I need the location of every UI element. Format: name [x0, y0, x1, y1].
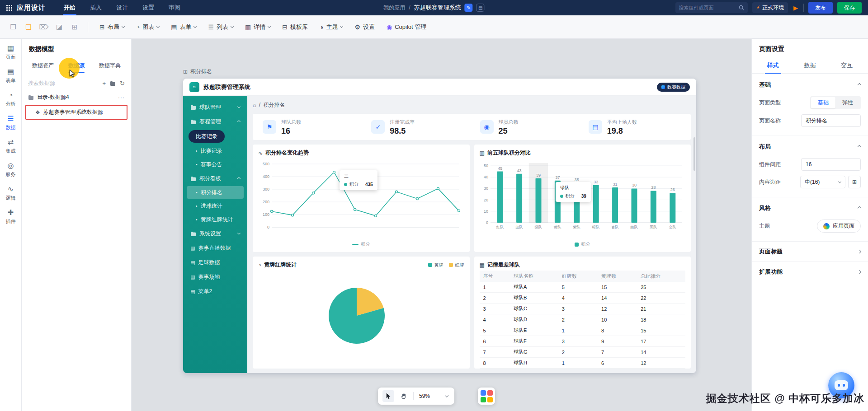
table-row[interactable]: 7球队G2714: [480, 347, 686, 358]
ribbon-theme-button[interactable]: ◑主题: [315, 20, 348, 34]
ribbon-copilot-button[interactable]: ◉Copilot 管理: [382, 20, 431, 34]
tab-data-assets[interactable]: 数据资产: [26, 59, 60, 73]
menu-item[interactable]: ▤菜单2: [187, 285, 244, 298]
tab-interaction[interactable]: 交互: [828, 58, 865, 73]
ribbon-template-library-button[interactable]: ⊟模板库: [277, 20, 313, 34]
topbar-menu-item[interactable]: 开始: [57, 0, 83, 15]
tab-data-sources[interactable]: 数据源: [60, 59, 93, 73]
breadcrumb-parent[interactable]: 我的应用: [383, 4, 405, 12]
theme-select[interactable]: 应用页面: [817, 220, 861, 233]
menu-group[interactable]: 系统设置: [187, 227, 244, 240]
rail-item-integration[interactable]: ⇄集成: [0, 135, 22, 158]
menu-subitem[interactable]: •比赛记录: [187, 145, 244, 157]
topbar-search-input[interactable]: [679, 5, 736, 10]
section-extensions[interactable]: 扩展功能: [752, 262, 868, 282]
menu-group[interactable]: 赛程管理: [187, 115, 244, 128]
component-gap-input[interactable]: [801, 158, 861, 171]
menu-subitem[interactable]: •进球统计: [187, 200, 244, 212]
rail-item-services[interactable]: ◎服务: [0, 158, 22, 182]
environment-badge[interactable]: ⚡ 正式环境: [752, 2, 788, 13]
doc-icon[interactable]: ▤: [476, 4, 485, 12]
preview-play-button[interactable]: ▶: [793, 5, 799, 11]
copy-icon[interactable]: ❐: [6, 20, 20, 34]
ribbon-detail-button[interactable]: ▥详情: [240, 20, 275, 34]
menu-item-selected[interactable]: 比赛记录: [189, 130, 225, 143]
zoom-level-select[interactable]: 59%: [417, 393, 450, 399]
menu-subitem[interactable]: •黄牌红牌统计: [187, 213, 244, 226]
table-row[interactable]: 1球队A51525: [480, 282, 686, 293]
section-page-title[interactable]: 页面标题: [752, 241, 868, 262]
table-row[interactable]: 8球队H1612: [480, 358, 686, 369]
table-row[interactable]: 6球队F3917: [480, 336, 686, 347]
topbar-menu-item[interactable]: 审阅: [161, 0, 188, 15]
insert-table-icon[interactable]: ⊞: [68, 20, 81, 34]
apps-grid-icon[interactable]: [6, 5, 12, 11]
tab-data[interactable]: 数据: [792, 58, 829, 73]
hand-tool-button[interactable]: [398, 390, 410, 402]
add-icon[interactable]: +: [103, 80, 106, 86]
paste-icon[interactable]: ❏: [22, 20, 35, 34]
table-row[interactable]: 3球队C31221: [480, 304, 686, 314]
app-preview-frame[interactable]: ≈ 苏超联赛管理系统 数睿数据 球队管理赛程管理比赛记录•比赛记录•赛事公告积分…: [183, 79, 696, 373]
page-name-input[interactable]: [801, 114, 861, 127]
segment-basic[interactable]: 基础: [811, 97, 835, 108]
table-row[interactable]: 5球队E1815: [480, 325, 686, 336]
section-basic-header[interactable]: 基础: [759, 79, 861, 91]
ribbon-list-button[interactable]: ☰列表: [203, 20, 238, 34]
content-padding-select[interactable]: 中(16): [800, 176, 845, 188]
menu-item[interactable]: ▤赛事场地: [187, 270, 244, 284]
topbar-menu-item[interactable]: 设置: [135, 0, 161, 15]
home-icon[interactable]: ⌂: [253, 102, 256, 108]
data-panel-tabs: 数据资产数据源数据字典: [22, 59, 131, 73]
ribbon-form-button[interactable]: ▤表单: [166, 20, 201, 34]
topbar-menu-item[interactable]: 设计: [109, 0, 135, 15]
save-button[interactable]: 保存: [837, 2, 862, 14]
edit-icon[interactable]: ✎: [465, 4, 473, 12]
menu-subitem[interactable]: •赛事公告: [187, 158, 244, 171]
topbar-search[interactable]: [675, 2, 748, 13]
padding-advanced-button[interactable]: ⊞: [848, 176, 861, 188]
tab-style[interactable]: 样式: [755, 58, 792, 73]
menu-item[interactable]: ▤赛事直播数据: [187, 241, 244, 255]
section-style-header[interactable]: 风格: [759, 202, 861, 215]
delete-icon[interactable]: ⌦: [37, 20, 51, 34]
menu-group[interactable]: 球队管理: [187, 100, 244, 114]
line-chart-card[interactable]: ∿ 积分排名变化趋势 0100200300400500三积分435 积分: [253, 145, 470, 252]
ribbon-chart-button[interactable]: ◔图表: [131, 20, 164, 34]
rail-item-data[interactable]: ☰数据: [0, 111, 22, 135]
table-row[interactable]: 2球队B41422: [480, 293, 686, 304]
add-folder-icon[interactable]: [110, 81, 116, 86]
menu-item[interactable]: ▤足球数据: [187, 256, 244, 269]
rail-item-pages[interactable]: ▦页面: [0, 41, 22, 64]
cursor-tool-button[interactable]: [382, 390, 394, 402]
rail-item-logic[interactable]: ∿逻辑: [0, 182, 22, 205]
table-card[interactable]: ▦ 记律最差球队 序号球队名称红牌数黄牌数总纪律分1球队A515252球队B41…: [474, 257, 691, 369]
pie-chart-card[interactable]: ◔ 黄牌红牌统计 黄牌红牌: [253, 257, 470, 369]
design-canvas[interactable]: ⊞ 积分排名 ≈ 苏超联赛管理系统 数睿数据 球队管理赛程管理比赛记录•比赛记录…: [132, 39, 751, 411]
ribbon-layout-button[interactable]: ⊞布局: [94, 20, 129, 34]
page-preview[interactable]: ⊞ 积分排名 ≈ 苏超联赛管理系统 数睿数据 球队管理赛程管理比赛记录•比赛记录…: [183, 68, 696, 373]
brand-logo-icon: [661, 85, 665, 89]
refresh-icon[interactable]: ↻: [120, 80, 125, 86]
topbar-menu-item[interactable]: 插入: [83, 0, 109, 15]
widgets-button[interactable]: [478, 388, 495, 405]
publish-button[interactable]: 发布: [808, 2, 833, 14]
datasource-search-input[interactable]: [28, 80, 99, 86]
bar-chart-card[interactable]: ▥ 前五球队积分对比 0102030405045红队43蓝队39绿队37黄队35…: [474, 145, 691, 252]
menu-group[interactable]: 积分看板: [187, 172, 244, 185]
format-painter-icon[interactable]: ◪: [52, 20, 66, 34]
section-layout-header[interactable]: 布局: [759, 140, 861, 153]
datasource-folder[interactable]: 目录-数据源4 ···: [22, 90, 131, 105]
menu-subitem[interactable]: •积分排名: [187, 186, 244, 199]
datasource-item-selected[interactable]: ❖ 苏超赛事管理系统数据源: [25, 105, 127, 120]
rail-item-analysis[interactable]: ◔分析: [0, 88, 22, 111]
more-icon[interactable]: ···: [118, 94, 125, 101]
brand-badge[interactable]: 数睿数据: [657, 83, 690, 92]
tab-data-dictionary[interactable]: 数据字典: [93, 59, 127, 73]
segment-flex[interactable]: 弹性: [835, 97, 860, 108]
rail-item-forms[interactable]: ▤表单: [0, 64, 22, 88]
scrollbar[interactable]: [693, 137, 695, 171]
table-row[interactable]: 4球队D21018: [480, 314, 686, 325]
rail-item-plugins[interactable]: ✚插件: [0, 205, 22, 229]
ribbon-settings-button[interactable]: ⚙设置: [349, 20, 380, 34]
